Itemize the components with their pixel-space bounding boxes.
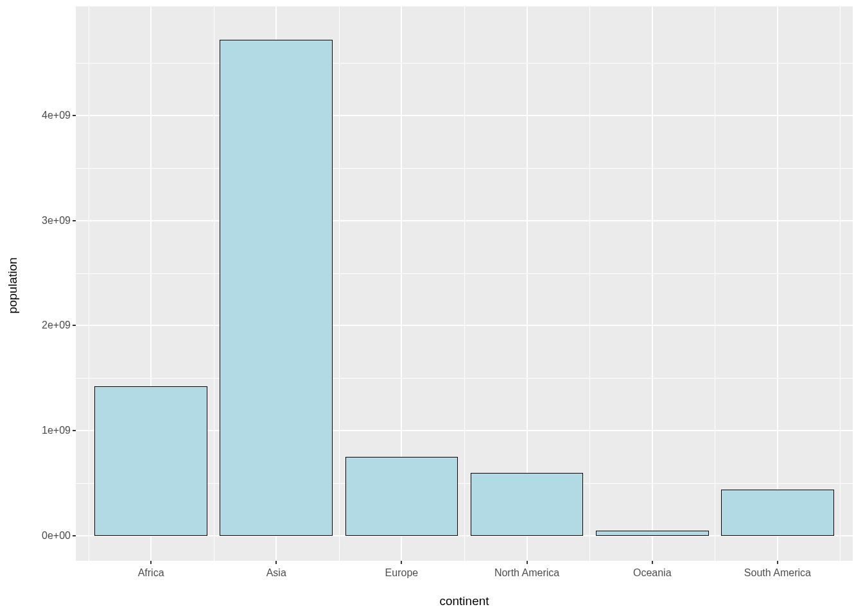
y-axis-title-text: population [6,257,20,314]
gridline-v-minor [715,6,715,561]
y-axis-title: population [5,0,21,571]
y-tick-mark [73,325,76,326]
gridline-v-minor [89,6,89,561]
x-tick-mark [777,561,778,564]
y-tick-label: 3e+09 [19,216,71,226]
x-tick-label: Oceania [633,567,672,579]
gridline-v-major [652,6,653,561]
plot-panel [76,6,853,561]
bar [471,473,584,536]
y-tick-mark [73,430,76,431]
x-tick-label: Asia [266,567,286,579]
gridline-v-minor [589,6,590,561]
bar [721,490,834,536]
gridline-v-minor [464,6,465,561]
gridline-v-minor [840,6,841,561]
x-tick-mark [527,561,528,564]
bar [596,531,709,536]
bar [94,386,207,535]
bar [345,457,458,536]
y-tick-mark [73,535,76,536]
y-tick-label: 4e+09 [19,110,71,121]
chart-container: population continent 0e+001e+092e+093e+0… [0,0,863,616]
x-tick-label: South America [744,567,811,579]
y-tick-label: 0e+00 [19,531,71,541]
gridline-v-minor [214,6,214,561]
bar [220,40,333,535]
y-tick-mark [73,220,76,221]
x-tick-label: Europe [385,567,419,579]
x-tick-mark [150,561,152,564]
gridline-v-minor [339,6,340,561]
gridline-v-major [777,6,778,561]
x-tick-mark [275,561,277,564]
y-tick-label: 2e+09 [19,320,71,330]
x-tick-label: North America [494,567,559,579]
x-axis-title: continent [76,594,853,608]
y-tick-mark [73,115,76,116]
x-tick-label: Africa [138,567,164,579]
x-axis-title-text: continent [439,594,489,608]
y-tick-label: 1e+09 [19,425,71,436]
x-tick-mark [401,561,402,564]
x-tick-mark [652,561,653,564]
